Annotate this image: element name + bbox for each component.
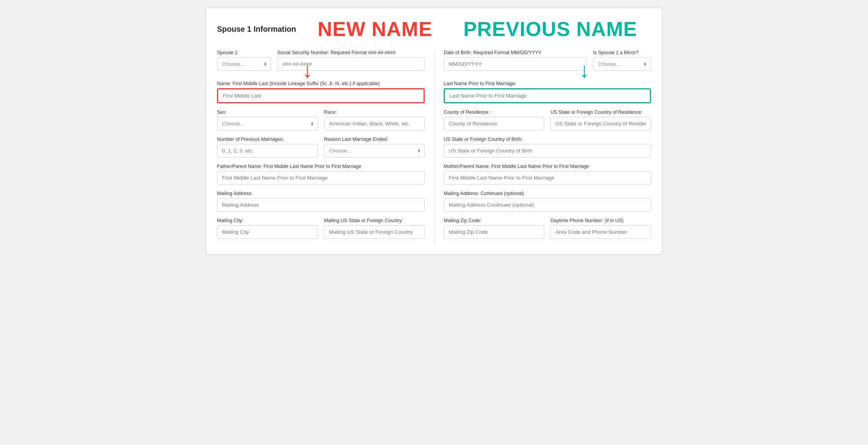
sex-select[interactable]: Choose... Male Female xyxy=(217,117,318,130)
sex-race-row: Sex: Choose... Male Female Race: xyxy=(217,110,425,137)
name-input[interactable] xyxy=(217,88,425,103)
us-state-residence-field: US State or Foreign Country of Residence… xyxy=(550,110,651,130)
mailing-zip-field: Mailing Zip Code: xyxy=(444,218,544,239)
header-row: Spouse 1 Information NEW NAME PREVIOUS N… xyxy=(217,17,651,41)
us-state-residence-input[interactable] xyxy=(550,117,651,130)
dob-input[interactable] xyxy=(444,57,587,71)
mailing-state-field: Mailing US State or Foreign Country: xyxy=(324,218,425,239)
race-input[interactable] xyxy=(324,117,425,130)
mother-name-label: Mother/Parent Name: First Middle Last Na… xyxy=(444,164,651,169)
county-input[interactable] xyxy=(444,117,544,130)
reason-ended-field: Reason Last Marriage Ended: Choose... Di… xyxy=(324,137,425,157)
mailing-address-continued-field: Mailing Address: Continued (optional) xyxy=(444,191,651,212)
mailing-address-input[interactable] xyxy=(217,198,425,212)
last-name-prior-field: Last Name Prior to First Marriage: xyxy=(444,81,651,103)
mailing-city-input[interactable] xyxy=(217,225,318,239)
mailing-address-continued-label: Mailing Address: Continued (optional) xyxy=(444,191,651,196)
name-label: Name: First Middle Last {Include Lineage… xyxy=(217,81,425,86)
last-name-prior-label: Last Name Prior to First Marriage: xyxy=(444,81,651,86)
mailing-state-input[interactable] xyxy=(324,225,425,239)
minor-select[interactable]: Choose... Yes No xyxy=(593,57,651,71)
father-name-field: Father/Parent Name: First Middle Last Na… xyxy=(217,164,425,185)
reason-ended-select-wrapper: Choose... Divorce Death Annulment xyxy=(324,144,425,157)
spouse-ssn-row: Spouse 1: Choose... Social Security Numb… xyxy=(217,50,425,77)
mailing-zip-input[interactable] xyxy=(444,225,544,239)
mailing-city-label: Mailing City: xyxy=(217,218,318,223)
minor-field: Is Spouse 1 a Minor? Choose... Yes No xyxy=(593,50,651,71)
mother-name-input[interactable] xyxy=(444,171,651,185)
new-name-title: NEW NAME xyxy=(318,17,432,41)
reason-ended-label: Reason Last Marriage Ended: xyxy=(324,137,425,142)
ssn-input[interactable] xyxy=(277,57,425,71)
prev-marriages-label: Number of Previous Marriages: xyxy=(217,137,318,142)
teal-arrow-icon: ↓ xyxy=(579,60,590,81)
mailing-address-field: Mailing Address: xyxy=(217,191,425,212)
ssn-label: Social Security Number: Required Format … xyxy=(277,50,425,55)
state-birth-label: US State or Foreign Country of Birth: xyxy=(444,137,651,142)
county-field: County of Residence : xyxy=(444,110,544,130)
form-grid: Spouse 1: Choose... Social Security Numb… xyxy=(217,50,651,245)
right-column: Date of Birth: Required Format MM/DD/YYY… xyxy=(434,50,651,245)
sex-label: Sex: xyxy=(217,110,318,115)
mailing-state-label: Mailing US State or Foreign Country: xyxy=(324,218,425,223)
mailing-zip-phone-row: Mailing Zip Code: Daytime Phone Number: … xyxy=(444,218,651,245)
daytime-phone-field: Daytime Phone Number: (if in US) xyxy=(550,218,651,239)
race-label: Race: xyxy=(324,110,425,115)
spouse1-label: Spouse 1: xyxy=(217,50,271,55)
mailing-address-continued-input[interactable] xyxy=(444,198,651,212)
county-state-row: County of Residence : US State or Foreig… xyxy=(444,110,651,137)
mother-name-field: Mother/Parent Name: First Middle Last Na… xyxy=(444,164,651,185)
spouse1-field: Spouse 1: Choose... xyxy=(217,50,271,71)
sex-select-wrapper: Choose... Male Female xyxy=(217,117,318,130)
dob-label: Date of Birth: Required Format MM/DD/YYY… xyxy=(444,50,587,55)
mailing-city-field: Mailing City: xyxy=(217,218,318,239)
mailing-city-state-row: Mailing City: Mailing US State or Foreig… xyxy=(217,218,425,245)
name-field: Name: First Middle Last {Include Lineage… xyxy=(217,81,425,103)
left-column: Spouse 1: Choose... Social Security Numb… xyxy=(217,50,434,245)
race-field: Race: xyxy=(324,110,425,130)
minor-label: Is Spouse 1 a Minor? xyxy=(593,50,651,55)
last-name-prior-input[interactable] xyxy=(444,88,651,103)
page-container: Spouse 1 Information NEW NAME PREVIOUS N… xyxy=(206,8,662,255)
dob-field: Date of Birth: Required Format MM/DD/YYY… xyxy=(444,50,587,71)
marriages-reason-row: Number of Previous Marriages: Reason Las… xyxy=(217,137,425,164)
father-name-input[interactable] xyxy=(217,171,425,185)
minor-select-wrapper: Choose... Yes No xyxy=(593,57,651,71)
reason-ended-select[interactable]: Choose... Divorce Death Annulment xyxy=(324,144,425,157)
spouse1-select-wrapper: Choose... xyxy=(217,57,271,71)
prev-marriages-input[interactable] xyxy=(217,144,318,157)
spouse1-select[interactable]: Choose... xyxy=(217,57,271,71)
dob-minor-row: Date of Birth: Required Format MM/DD/YYY… xyxy=(444,50,651,77)
state-birth-field: US State or Foreign Country of Birth: xyxy=(444,137,651,157)
us-state-residence-label: US State or Foreign Country of Residence… xyxy=(550,110,651,115)
state-birth-input[interactable] xyxy=(444,144,651,157)
mailing-address-label: Mailing Address: xyxy=(217,191,425,196)
county-label: County of Residence : xyxy=(444,110,544,115)
daytime-phone-label: Daytime Phone Number: (if in US) xyxy=(550,218,651,223)
red-arrow-icon: ↓ xyxy=(302,60,313,81)
daytime-phone-input[interactable] xyxy=(550,225,651,239)
section-title: Spouse 1 Information xyxy=(217,25,302,34)
prev-marriages-field: Number of Previous Marriages: xyxy=(217,137,318,157)
father-name-label: Father/Parent Name: First Middle Last Na… xyxy=(217,164,425,169)
previous-name-title: PREVIOUS NAME xyxy=(463,17,637,41)
sex-field: Sex: Choose... Male Female xyxy=(217,110,318,130)
mailing-zip-label: Mailing Zip Code: xyxy=(444,218,544,223)
ssn-field: Social Security Number: Required Format … xyxy=(277,50,425,71)
